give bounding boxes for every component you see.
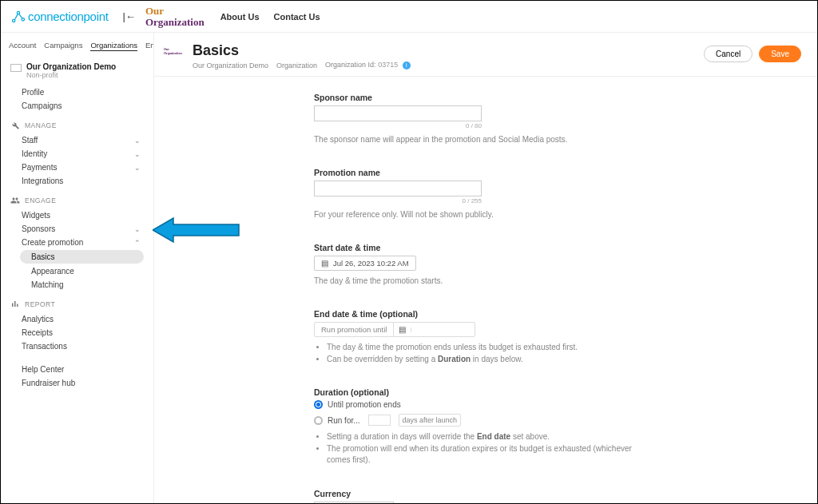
promo-name-input[interactable] [314,181,482,196]
people-icon [10,196,20,205]
start-label: Start date & time [314,243,633,252]
sidebar-staff[interactable]: Staff⌄ [1,133,150,147]
crumb-org[interactable]: Our Organization Demo [193,62,268,69]
chevron-down-icon: ⌄ [134,150,141,158]
cancel-button[interactable]: Cancel [704,46,752,62]
topbar: connectionpoint |← Our Organization Abou… [1,1,817,33]
sponsor-name-help: The sponsor name will appear in the prom… [314,134,633,145]
sidebar-tabs: Account Campaigns Organizations Enterpri… [1,41,150,56]
promo-name-counter: 0 / 255 [314,197,482,204]
bar-chart-icon [10,300,20,309]
calendar-icon: ▤ [399,325,406,334]
duration-radio-run-for[interactable]: Run for... days after launch [314,414,633,427]
calendar-icon: ▤ [321,259,328,268]
page-title: Basics [193,42,411,59]
radio-icon[interactable] [314,400,323,409]
promo-name-help: For your reference only. Will not be sho… [314,209,633,220]
sidebar-integrations[interactable]: Integrations [1,174,150,188]
start-date-picker[interactable]: ▤ Jul 26, 2023 10:22 AM [314,256,416,271]
sidebar-receipts[interactable]: Receipts [1,326,150,339]
logo-glyph-icon [10,9,26,25]
sponsor-name-input[interactable] [314,105,482,121]
info-icon[interactable]: i [403,62,411,69]
start-date-value: Jul 26, 2023 10:22 AM [333,259,409,268]
sidebar-org-block[interactable]: Our Organization Demo Non-profit [1,56,150,85]
currency-label: Currency [314,489,633,498]
org-type: Non-profit [26,71,116,79]
duration-bullet-1: Setting a duration in days will override… [327,431,633,443]
sidebar-fundraiser-hub[interactable]: Fundraiser hub [1,376,150,390]
org-brand-small-icon: OurOrganization [164,47,185,62]
section-manage: MANAGE [1,113,150,133]
end-date-row: Run promotion until ▤ [314,322,475,337]
sidebar-sub-basics[interactable]: Basics [20,250,144,264]
start-help: The day & time the promotion starts. [314,276,633,287]
end-prefix: Run promotion until [315,323,393,336]
sidebar-sub-matching[interactable]: Matching [1,278,150,292]
tab-enterprise[interactable]: Enterprise [145,41,154,51]
sidebar-campaigns[interactable]: Campaigns [1,99,150,113]
crumb-type[interactable]: Organization [276,62,317,69]
form-content: Sponsor name 0 / 80 The sponsor name wil… [154,77,817,503]
promo-name-label: Promotion name [314,168,633,177]
sidebar-sponsors[interactable]: Sponsors⌄ [1,222,150,236]
field-sponsor-name: Sponsor name 0 / 80 The sponsor name wil… [314,93,633,145]
end-bullet-2: Can be overridden by setting a Duration … [327,354,633,366]
tab-campaigns[interactable]: Campaigns [44,41,82,51]
org-name: Our Organization Demo [26,62,116,71]
sidebar-create-promotion[interactable]: Create promotion⌃ [1,236,150,249]
sidebar-collapse-icon[interactable]: |← [123,10,136,22]
sidebar-transactions[interactable]: Transactions [1,339,150,353]
duration-label: Duration (optional) [314,387,633,397]
currency-select[interactable]: Canadian Dollar [314,502,394,504]
chevron-down-icon: ⌄ [134,164,141,172]
sidebar-identity[interactable]: Identity⌄ [1,147,150,161]
chevron-up-icon: ⌃ [134,239,141,247]
sidebar-profile[interactable]: Profile [1,85,150,99]
crumb-id-label: Organization Id: [325,61,376,69]
sidebar-payments[interactable]: Payments⌄ [1,161,150,174]
field-duration: Duration (optional) Until promotion ends… [314,387,633,466]
field-start-date: Start date & time ▤ Jul 26, 2023 10:22 A… [314,243,633,287]
save-button[interactable]: Save [759,46,801,62]
tab-account[interactable]: Account [9,41,36,51]
sidebar-help-center[interactable]: Help Center [1,363,150,376]
org-brand: Our Organization [145,6,204,27]
page-header: OurOrganization Basics Our Organization … [154,33,817,77]
header-actions: Cancel Save [704,46,801,62]
svg-point-1 [17,11,19,14]
field-currency: Currency Canadian Dollar Only campaigns … [314,489,633,504]
field-promotion-name: Promotion name 0 / 255 For your referenc… [314,168,633,220]
logo[interactable]: connectionpoint [10,9,109,25]
section-engage: ENGAGE [1,188,150,208]
nav-contact-us[interactable]: Contact Us [274,12,320,22]
end-label: End date & time (optional) [314,309,633,319]
tab-organizations[interactable]: Organizations [90,41,137,51]
chevron-down-icon: ⌄ [134,137,141,145]
sidebar: Account Campaigns Organizations Enterpri… [1,33,154,503]
breadcrumb: Our Organization Demo Organization Organ… [193,61,411,69]
chevron-down-icon: ⌄ [134,225,141,233]
org-avatar-icon [10,64,22,72]
wrench-icon [10,121,20,130]
radio-icon[interactable] [314,416,323,425]
end-date-calendar-button[interactable]: ▤ [393,323,411,336]
duration-radio-until-ends[interactable]: Until promotion ends [314,400,633,409]
sidebar-widgets[interactable]: Widgets [1,208,150,222]
end-bullet-1: The day & time the promotion ends unless… [327,342,633,354]
sponsor-name-label: Sponsor name [314,93,633,102]
main: OurOrganization Basics Our Organization … [154,33,817,503]
duration-days-input[interactable] [368,415,391,426]
sidebar-analytics[interactable]: Analytics [1,312,150,326]
header-nav: About Us Contact Us [220,12,320,22]
svg-point-0 [13,19,15,22]
sponsor-name-counter: 0 / 80 [314,122,482,129]
logo-text: connectionpoint [28,10,109,23]
duration-bullet-2: The promotion will end when its duration… [327,443,633,466]
nav-about-us[interactable]: About Us [220,12,260,22]
end-date-value[interactable] [411,327,475,332]
duration-suffix: days after launch [399,414,462,427]
crumb-id-value: 03715 [378,61,398,69]
sidebar-sub-appearance[interactable]: Appearance [1,264,150,278]
field-end-date: End date & time (optional) Run promotion… [314,309,633,365]
